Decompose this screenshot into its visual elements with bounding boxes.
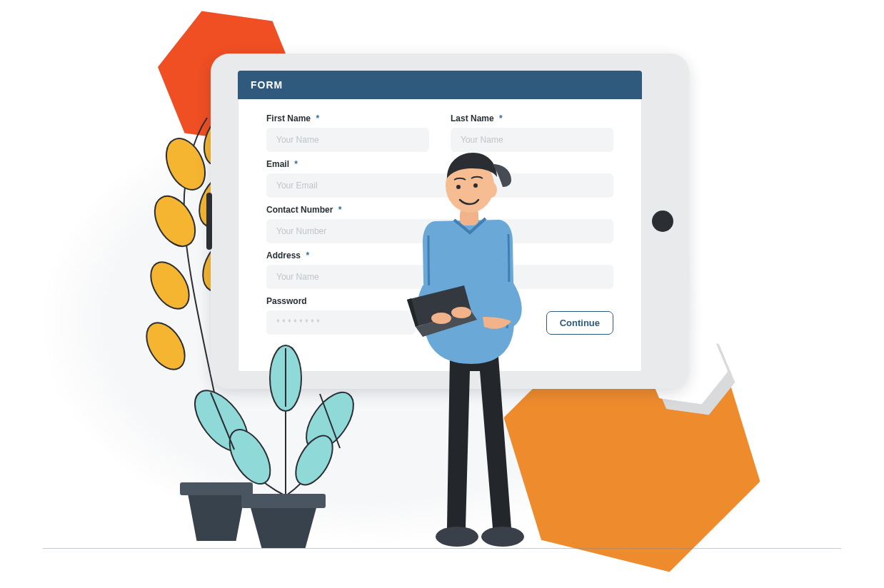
tablet-power-button-icon [206, 193, 212, 250]
email-label-text: Email [266, 159, 289, 169]
svg-point-20 [473, 183, 478, 188]
plant-pot-2-rim [241, 494, 326, 508]
password-label-text: Password [266, 296, 307, 306]
last-name-label-text: Last Name [451, 113, 494, 123]
tablet-home-button-icon [652, 211, 673, 232]
svg-point-3 [146, 189, 204, 253]
svg-point-12 [436, 527, 478, 547]
svg-point-13 [481, 527, 524, 547]
form-title: FORM [251, 79, 283, 91]
svg-point-18 [486, 182, 497, 198]
person-with-laptop-icon [386, 143, 557, 557]
address-label-text: Address [266, 250, 301, 260]
required-asterisk: * [499, 113, 503, 123]
ground-line [43, 548, 841, 549]
last-name-label: Last Name * [451, 113, 613, 123]
svg-point-19 [456, 185, 461, 189]
required-asterisk: * [294, 159, 298, 169]
required-asterisk: * [338, 205, 342, 215]
plant-pot-1-rim [180, 482, 253, 495]
first-name-label: First Name * [266, 113, 429, 123]
illustration-stage: FORM First Name * Last Name * [0, 0, 884, 588]
required-asterisk: * [316, 113, 319, 123]
svg-point-14 [431, 313, 451, 324]
contact-number-label-text: Contact Number [266, 205, 333, 215]
required-asterisk: * [306, 250, 309, 260]
svg-point-15 [451, 307, 471, 318]
first-name-label-text: First Name [266, 113, 311, 123]
form-header: FORM [238, 71, 642, 99]
